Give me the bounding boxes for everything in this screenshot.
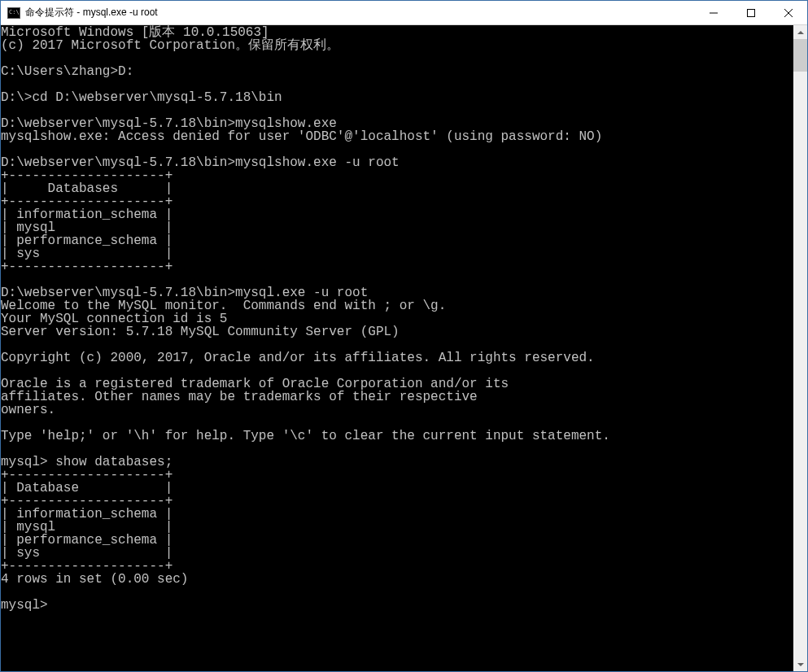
vertical-scrollbar[interactable]: [793, 25, 807, 671]
scroll-down-button[interactable]: [793, 657, 807, 671]
scroll-thumb[interactable]: [793, 39, 807, 72]
cmd-icon: [7, 7, 20, 19]
minimize-icon: [710, 9, 718, 17]
cmd-window: 命令提示符 - mysql.exe -u root Microsoft Wind…: [0, 0, 808, 672]
maximize-button[interactable]: [732, 1, 770, 24]
terminal-wrapper: Microsoft Windows [版本 10.0.15063] (c) 20…: [1, 25, 807, 671]
scroll-track[interactable]: [793, 39, 807, 657]
svg-rect-1: [748, 9, 755, 16]
window-title: 命令提示符 - mysql.exe -u root: [25, 6, 695, 20]
close-button[interactable]: [770, 1, 807, 24]
maximize-icon: [747, 9, 755, 17]
terminal-output[interactable]: Microsoft Windows [版本 10.0.15063] (c) 20…: [1, 25, 793, 671]
window-controls: [695, 1, 807, 24]
title-bar[interactable]: 命令提示符 - mysql.exe -u root: [1, 1, 807, 25]
close-icon: [784, 9, 793, 17]
chevron-down-icon: [797, 663, 804, 666]
minimize-button[interactable]: [695, 1, 732, 24]
scroll-up-button[interactable]: [793, 25, 807, 39]
chevron-up-icon: [797, 31, 804, 34]
